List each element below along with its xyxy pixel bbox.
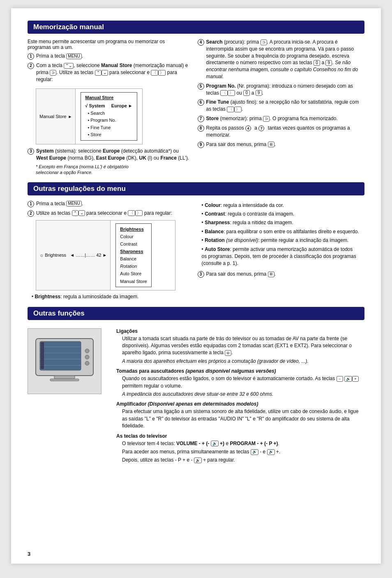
outras-funcoes-text: Ligações Utilizar a tomada scart situada… bbox=[116, 328, 364, 465]
vol-icon2: 🔊 bbox=[211, 441, 219, 446]
outras-step-3: 3 Para sair dos menus, prima ⊞. bbox=[198, 271, 360, 278]
up-down-key: ⌃⌄ bbox=[64, 63, 74, 69]
step-num-8: 8 bbox=[198, 125, 204, 132]
nine-key2: 9 bbox=[256, 90, 262, 96]
programno-bold: Program No. bbox=[206, 83, 236, 89]
brightness-label-text: ☼ Brightness ◄ ……|…… 42 ► bbox=[39, 253, 107, 258]
ligacoes-italic: A maioria dos aparelhos efectuam eles pr… bbox=[122, 358, 364, 365]
rotation-bullet: Rotation (se disponível): permite regula… bbox=[202, 237, 360, 244]
ligacoes-title: Ligações bbox=[116, 328, 364, 334]
outras-funcoes-section: Outras funções bbox=[28, 307, 364, 465]
outras-step-1-text: Prima a tecla MENU. bbox=[36, 200, 189, 207]
svg-rect-1 bbox=[40, 341, 81, 370]
diagram-menu-selected: √ System Europe ► bbox=[85, 102, 132, 110]
diagram-store: • Store bbox=[85, 131, 132, 139]
lr-key1: 〈 bbox=[151, 70, 158, 76]
outras-regulacoes-title: Outras regulações do menu bbox=[28, 182, 364, 195]
contrast-bold: Contrast bbox=[205, 211, 225, 217]
system-bold: System bbox=[36, 148, 54, 154]
diagram-search: • Search bbox=[85, 110, 132, 117]
svg-point-8 bbox=[85, 361, 89, 365]
amplifier-title: Amplificador (Disponível apenas em deter… bbox=[116, 401, 364, 407]
volume-bold2: +) bbox=[220, 441, 224, 446]
outras-regulacoes-right: Colour: regula a intensidade da cor. Con… bbox=[198, 200, 360, 299]
updown-key4: ⌃ bbox=[72, 210, 78, 216]
footnote-2: seleccionar a opção France. bbox=[36, 170, 189, 175]
step-num-7: 7 bbox=[198, 116, 204, 122]
outras-regulacoes-content: 1 Prima a tecla MENU. 2 Utilize as tecla… bbox=[28, 200, 364, 299]
store-bold: Store bbox=[206, 116, 219, 121]
lr-key6: 〉 bbox=[234, 107, 242, 112]
autostore-bullet: Auto Store: permite activar uma memoriza… bbox=[202, 246, 360, 267]
headphones-bold: Tomadas para auscultadores bbox=[116, 368, 184, 374]
rotation-italic: (se disponível) bbox=[226, 237, 258, 243]
lr-key8: 〉 bbox=[135, 210, 143, 216]
outras-step-2: 2 Utilize as teclas ⌃⌄ para seleccionar … bbox=[28, 210, 189, 217]
volume-bold: VOLUME - + (- bbox=[176, 441, 209, 446]
step4-italic: Se não encontrar nenhuma imagem, consult… bbox=[206, 60, 358, 79]
b-brightness: Brightness bbox=[120, 225, 147, 233]
plus-key: + bbox=[352, 376, 359, 382]
program-bold: PROGRAM - + (- P +) bbox=[230, 441, 278, 446]
step-1: 1 Prima a tecla MENU. bbox=[28, 53, 189, 60]
zero-key2: 0 bbox=[243, 90, 250, 96]
b-sharpness: Sharpness bbox=[120, 248, 147, 255]
brightness-label-cell: ☼ Brightness ◄ ……|…… 42 ► bbox=[36, 221, 111, 290]
east-europe-bold: East Europe bbox=[96, 155, 125, 161]
keyboard-text-3: Depois, utilize as teclas - P + e - 🔊 + … bbox=[122, 457, 364, 464]
step-num-5: 5 bbox=[198, 83, 204, 90]
step-8: 8 Repita os passos 4 a 7 tantas vezes qu… bbox=[198, 125, 360, 139]
headphones-italic-title: (apenas disponível nalgumas versões) bbox=[186, 368, 276, 374]
updown-key2: ⌃ bbox=[95, 70, 101, 76]
lr-key3: 〈 bbox=[220, 90, 228, 96]
page: Memorização manual Este menu permite acr… bbox=[11, 8, 381, 564]
vol-icon5: 🔊 bbox=[194, 457, 202, 463]
sharpness-bold: Sharpness bbox=[205, 220, 230, 225]
lr-key7: 〈 bbox=[128, 210, 135, 216]
outras-step-2-text: Utilize as teclas ⌃⌄ para seleccionar e … bbox=[36, 210, 189, 217]
lr-key4: 〉 bbox=[228, 90, 235, 96]
step-9: 9 Para sair dos menus, prima ⊞. bbox=[198, 141, 360, 148]
step-8-text: Repita os passos 4 a 7 tantas vezes quan… bbox=[206, 125, 360, 139]
headphones-text: Quando os auscultadores estão ligados, o… bbox=[122, 375, 364, 390]
autostore-bold: Auto Store bbox=[205, 246, 230, 252]
diagram-menu-title: Manual Store bbox=[85, 94, 132, 102]
step-4: 4 Search (procura): prima ⊃. A procura i… bbox=[198, 39, 360, 80]
tv-image bbox=[28, 328, 101, 394]
ok-key3: ⊃ bbox=[263, 116, 270, 122]
ref-7: 7 bbox=[258, 125, 264, 131]
svg-point-6 bbox=[85, 349, 89, 353]
step-3: 3 System (sistema): seleccione Europe (d… bbox=[28, 148, 189, 162]
vol-icon3: 🔊 bbox=[251, 449, 258, 455]
b-autostore: Auto Store bbox=[120, 270, 147, 277]
step-3-text: System (sistema): seleccione Europe (det… bbox=[36, 148, 189, 162]
keyboard-text-1: O televisor tem 4 teclas: VOLUME - + (- … bbox=[122, 440, 364, 447]
updown-key5: ⌄ bbox=[78, 210, 85, 216]
step-5-text: Program No. (Nr. programa): introduza o … bbox=[206, 83, 360, 97]
diagram-prog: • Program No. bbox=[85, 117, 132, 124]
diagram-items-wrapper: Manual Store √ System Europe ► • Search … bbox=[76, 89, 142, 144]
step-num-9: 9 bbox=[198, 142, 204, 148]
step-2: 2 Com a tecla ⌃⌄, seleccione Manual Stor… bbox=[28, 62, 189, 83]
brightness-items-wrapper: Brightness Colour Contrast Sharpness Bal… bbox=[111, 221, 156, 290]
balance-bold: Balance bbox=[205, 229, 224, 234]
diagram-label: Manual Store ► bbox=[36, 89, 76, 144]
ok-key: ⊃ bbox=[50, 70, 56, 76]
amplifier-italic-title: (Disponível apenas em determinados model… bbox=[148, 401, 258, 407]
europe-bold: Europe bbox=[103, 148, 120, 154]
outras-funcoes-title: Outras funções bbox=[28, 307, 364, 320]
minus-key: − bbox=[337, 376, 343, 382]
contrast-bullet: Contrast: regula o contraste da imagem. bbox=[202, 211, 360, 218]
manual-store-diagram: Manual Store ► Manual Store √ System Eur… bbox=[36, 88, 143, 144]
step-num-4: 4 bbox=[198, 39, 204, 46]
sharpness-bullet: Sharpness: regula a nitidez da imagem. bbox=[202, 219, 360, 226]
svg-rect-10 bbox=[50, 379, 79, 381]
outras-funcoes-content: Ligações Utilizar a tomada scart situada… bbox=[28, 328, 364, 465]
memorization-title: Memorização manual bbox=[28, 21, 364, 34]
menu-key3: MENU bbox=[66, 201, 81, 207]
memorization-intro: Este menu permite acrescentar um program… bbox=[28, 39, 189, 50]
b-colour: Colour bbox=[120, 233, 147, 240]
memorization-section: Memorização manual Este menu permite acr… bbox=[28, 21, 364, 175]
amplifier-bold: Amplificador bbox=[116, 401, 146, 407]
step-9-text: Para sair dos menus, prima ⊞. bbox=[206, 141, 360, 148]
